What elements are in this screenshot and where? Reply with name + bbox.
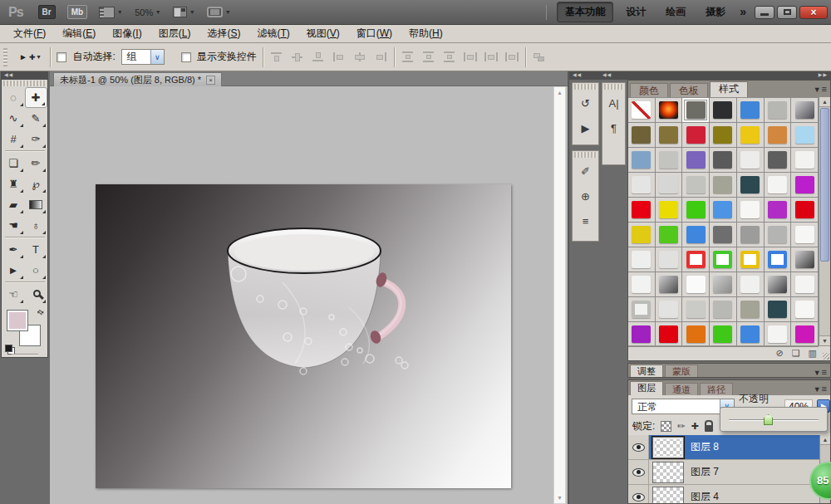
- style-swatch-0-4[interactable]: [737, 98, 765, 123]
- panel-drag-handle[interactable]: [12, 354, 38, 355]
- style-swatch-8-1[interactable]: [656, 297, 683, 322]
- eraser-tool[interactable]: ▰: [2, 194, 25, 215]
- layer-visibility-toggle[interactable]: [628, 485, 649, 503]
- style-swatch-1-5[interactable]: [765, 123, 792, 148]
- menu-e[interactable]: 编辑(E): [54, 25, 104, 42]
- menu-v[interactable]: 视图(V): [298, 25, 348, 42]
- style-swatch-3-5[interactable]: [765, 173, 792, 198]
- style-swatch-2-3[interactable]: [710, 148, 737, 173]
- style-swatch-4-5[interactable]: [765, 198, 792, 223]
- clone-stamp-tool[interactable]: ♜: [2, 174, 25, 194]
- menu-w[interactable]: 窗口(W): [348, 25, 401, 42]
- style-swatch-2-2[interactable]: [682, 148, 710, 173]
- tools-collapse-button[interactable]: ◀◀: [2, 71, 47, 80]
- workspace-overflow-button[interactable]: »: [738, 5, 750, 20]
- layer-comps-panel-icon[interactable]: ≡: [573, 208, 598, 233]
- layer-thumbnail[interactable]: [652, 437, 684, 458]
- style-swatch-6-5[interactable]: [765, 247, 792, 272]
- workspace-photo-button[interactable]: 摄影: [698, 2, 733, 22]
- bridge-button[interactable]: Br: [38, 5, 56, 19]
- minimize-button[interactable]: [755, 6, 774, 19]
- show-transform-checkbox[interactable]: [181, 52, 191, 62]
- pen-tool[interactable]: ✒: [2, 239, 25, 260]
- style-swatch-5-4[interactable]: [737, 223, 765, 247]
- style-swatch-9-2[interactable]: [682, 322, 710, 347]
- style-swatch-9-4[interactable]: [737, 322, 765, 347]
- layer-thumbnail[interactable]: [652, 487, 684, 504]
- scrollbar-thumb[interactable]: [820, 108, 829, 262]
- history-panel-icon[interactable]: ↺: [573, 91, 598, 115]
- tab-channels[interactable]: 通道: [665, 383, 698, 395]
- panel-menu-icon[interactable]: ▼: [814, 384, 827, 394]
- paragraph-panel-icon[interactable]: ¶: [602, 115, 625, 140]
- vertical-scrollbar[interactable]: ▲ ▼: [553, 86, 566, 504]
- workspace-paint-button[interactable]: 绘画: [658, 2, 693, 22]
- style-swatch-1-6[interactable]: [791, 123, 819, 148]
- eyedropper-tool[interactable]: ✑: [25, 129, 47, 149]
- dock-collapse-bar[interactable]: ◀◀ ◀◀ ▶▶: [569, 71, 831, 80]
- workspace-basic-button[interactable]: 基本功能: [557, 2, 613, 22]
- style-swatch-2-6[interactable]: [791, 148, 819, 173]
- style-swatch-7-3[interactable]: [710, 272, 737, 297]
- style-swatch-3-6[interactable]: [791, 173, 819, 198]
- style-swatch-6-0[interactable]: [628, 247, 656, 272]
- style-swatch-7-2[interactable]: [682, 272, 710, 297]
- menu-t[interactable]: 滤镜(T): [248, 25, 297, 42]
- style-swatch-3-0[interactable]: [628, 173, 656, 198]
- style-swatch-9-1[interactable]: [656, 322, 683, 347]
- type-tool[interactable]: T: [25, 239, 47, 260]
- style-swatch-1-2[interactable]: [682, 123, 710, 148]
- style-swatch-1-1[interactable]: [656, 123, 683, 148]
- zoom-level-button[interactable]: 50%▾: [135, 7, 160, 17]
- actions-panel-icon[interactable]: ▶: [573, 115, 598, 140]
- style-swatch-6-1[interactable]: [656, 247, 683, 272]
- style-swatch-0-0[interactable]: [628, 98, 656, 123]
- dodge-tool[interactable]: ♁: [25, 215, 47, 236]
- hand-tool[interactable]: ☜: [2, 284, 25, 305]
- view-extras-button[interactable]: ▾: [207, 7, 229, 17]
- tools-grip[interactable]: [3, 81, 46, 86]
- layer-name[interactable]: 图层 8: [691, 440, 719, 454]
- style-swatch-2-0[interactable]: [628, 148, 656, 173]
- layer-row[interactable]: 图层 7: [628, 460, 830, 485]
- style-swatch-9-5[interactable]: [765, 322, 792, 347]
- layer-name[interactable]: 图层 4: [691, 490, 719, 503]
- new-style-icon[interactable]: ❏: [792, 348, 800, 359]
- lock-all-icon[interactable]: [705, 425, 713, 432]
- layer-thumbnail[interactable]: [652, 462, 684, 483]
- style-swatch-8-4[interactable]: [737, 297, 765, 322]
- tab-paths[interactable]: 路径: [700, 383, 733, 395]
- style-swatch-3-3[interactable]: [710, 173, 737, 198]
- style-swatch-0-3[interactable]: [710, 98, 737, 123]
- resize-grip[interactable]: [823, 353, 829, 360]
- auto-select-dropdown[interactable]: 组∨: [121, 49, 165, 65]
- style-swatch-9-3[interactable]: [710, 322, 737, 347]
- menu-s[interactable]: 选择(S): [199, 25, 248, 42]
- style-swatch-7-1[interactable]: [656, 272, 683, 297]
- tab-styles[interactable]: 样式: [710, 81, 748, 97]
- style-swatch-4-1[interactable]: [656, 198, 683, 223]
- styles-scrollbar[interactable]: ▲ ▼: [819, 97, 830, 345]
- move-tool[interactable]: ✚: [25, 87, 47, 108]
- layer-row[interactable]: 图层 8: [628, 435, 830, 460]
- lock-pixels-icon[interactable]: ✏: [677, 421, 685, 432]
- style-swatch-1-4[interactable]: [737, 123, 765, 148]
- spot-healing-brush-tool[interactable]: ❏: [2, 153, 25, 174]
- style-swatch-6-4[interactable]: [737, 247, 765, 272]
- style-swatch-7-0[interactable]: [628, 272, 656, 297]
- style-swatch-0-2[interactable]: [682, 98, 710, 123]
- style-swatch-5-3[interactable]: [710, 223, 737, 247]
- menu-l[interactable]: 图层(L): [150, 25, 199, 42]
- smudge-tool[interactable]: ☚: [2, 215, 25, 236]
- style-swatch-8-2[interactable]: [682, 297, 710, 322]
- close-button[interactable]: ×: [799, 6, 828, 19]
- layer-visibility-toggle[interactable]: [628, 435, 649, 459]
- panel-menu-icon[interactable]: ▼: [814, 367, 827, 377]
- clone-source-panel-icon[interactable]: ⊕: [573, 183, 598, 208]
- style-swatch-1-3[interactable]: [710, 123, 737, 148]
- mini-bridge-button[interactable]: Mb: [67, 5, 87, 19]
- panel-menu-icon[interactable]: ▼: [814, 84, 827, 94]
- canvas-work-area[interactable]: ▲ ▼: [50, 86, 568, 504]
- style-swatch-6-6[interactable]: [791, 247, 819, 272]
- document-close-icon[interactable]: ×: [206, 76, 215, 85]
